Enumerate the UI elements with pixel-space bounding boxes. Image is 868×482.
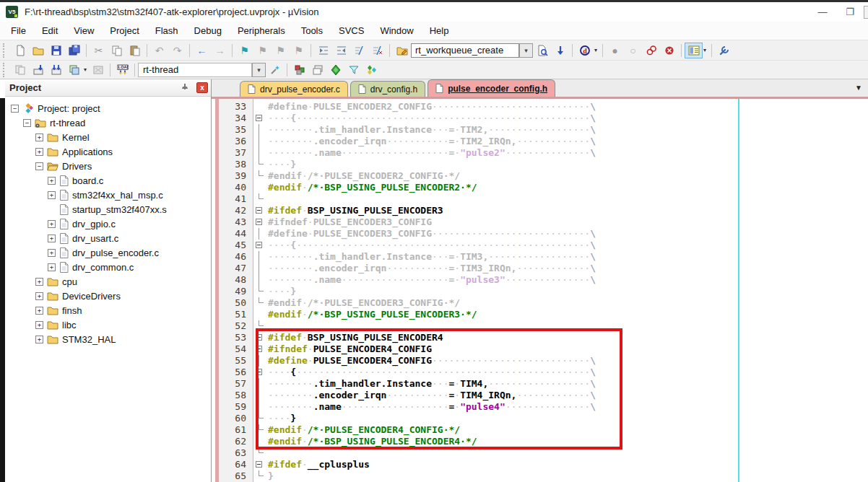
menu-item-project[interactable]: Project <box>102 23 147 38</box>
stop-build-icon[interactable] <box>89 62 107 78</box>
build-icon[interactable] <box>29 62 47 78</box>
manage-components-icon[interactable] <box>290 62 308 78</box>
file-extensions-icon[interactable] <box>308 62 326 78</box>
copy-icon[interactable] <box>108 43 126 58</box>
select-folders-icon[interactable] <box>326 62 344 78</box>
target-select[interactable]: rt-thread <box>138 63 252 77</box>
minimize-button[interactable]: — <box>809 4 836 21</box>
menu-item-debug[interactable]: Debug <box>186 23 230 38</box>
collapse-icon[interactable]: − <box>35 162 43 170</box>
menu-item-window[interactable]: Window <box>372 23 421 38</box>
navigate-forward-icon[interactable]: → <box>211 43 229 58</box>
expand-icon[interactable]: + <box>35 148 43 156</box>
expand-icon[interactable]: + <box>48 235 56 242</box>
undo-icon[interactable]: ↶ <box>150 43 168 58</box>
tree-item-devicedrivers[interactable]: +DeviceDrivers <box>5 289 211 303</box>
fold-collapse-icon[interactable] <box>256 115 262 121</box>
manage-books-icon[interactable] <box>363 62 381 78</box>
tree-item-board-c[interactable]: +board.c <box>5 173 211 188</box>
menu-item-edit[interactable]: Edit <box>34 23 66 38</box>
find-icon[interactable] <box>533 43 551 58</box>
menu-item-peripherals[interactable]: Peripherals <box>230 23 293 38</box>
fold-collapse-icon[interactable] <box>256 242 262 248</box>
filter-icon[interactable] <box>344 62 363 78</box>
bookmark-prev-icon[interactable]: ⚑ <box>253 43 272 58</box>
menu-item-file[interactable]: File <box>3 23 34 38</box>
expand-icon[interactable]: + <box>48 249 56 257</box>
close-button-partial[interactable] <box>864 6 868 19</box>
tree-item-libc[interactable]: +libc <box>5 317 211 332</box>
menu-item-svcs[interactable]: SVCS <box>331 23 372 38</box>
tree-item-stm32f4xx-hal-msp-c[interactable]: +stm32f4xx_hal_msp.c <box>5 188 211 202</box>
fold-collapse-icon[interactable] <box>256 219 262 225</box>
tab-drv-config-h[interactable]: drv_config.h <box>350 81 425 97</box>
bookmark-next-icon[interactable]: ⚑ <box>272 43 290 58</box>
fold-collapse-icon[interactable] <box>256 461 262 468</box>
rebuild-icon[interactable] <box>47 62 65 78</box>
breakpoint-icon[interactable]: ● <box>606 43 624 58</box>
find-in-files-icon[interactable] <box>393 43 411 58</box>
batch-build-icon[interactable] <box>65 62 83 78</box>
expand-icon[interactable]: + <box>48 191 56 199</box>
toolbar-gripper[interactable] <box>3 63 7 77</box>
outdent-icon[interactable] <box>332 43 350 58</box>
comment-icon[interactable] <box>350 43 368 58</box>
tree-item-drv-pulse-encoder-c[interactable]: +drv_pulse_encoder.c <box>5 245 211 260</box>
quick-help-icon[interactable]: d <box>576 43 594 58</box>
tree-item-kernel[interactable]: +Kernel <box>5 130 211 144</box>
tree-item-finsh[interactable]: +finsh <box>5 303 211 317</box>
breakpoint-hollow-icon[interactable]: ○ <box>624 43 642 58</box>
open-file-icon[interactable] <box>29 43 47 58</box>
tree-item-applications[interactable]: +Applications <box>5 144 211 159</box>
window-layout-icon[interactable] <box>685 43 703 58</box>
close-panel-button[interactable]: x <box>196 82 208 93</box>
tab-drv-pulse-encoder-c[interactable]: drv_pulse_encoder.c <box>240 81 348 97</box>
dropdown-button[interactable]: ▾ <box>519 43 533 58</box>
redo-icon[interactable]: ↷ <box>168 43 186 58</box>
incremental-find-icon[interactable] <box>551 43 569 58</box>
menu-item-help[interactable]: Help <box>422 23 457 38</box>
target-options-icon[interactable] <box>266 62 284 78</box>
tree-item-drivers[interactable]: −Drivers <box>5 159 211 173</box>
cut-icon[interactable]: ✂ <box>90 43 108 58</box>
download-icon[interactable]: LOAD <box>113 62 131 78</box>
indent-icon[interactable] <box>314 43 332 58</box>
bookmark-clear-icon[interactable]: ⚑ <box>290 43 308 58</box>
tab-pulse-encoder-config-h[interactable]: pulse_encoder_config.h <box>428 79 555 97</box>
uncomment-icon[interactable] <box>368 43 386 58</box>
collapse-icon[interactable]: − <box>23 119 31 127</box>
breakpoints-enable-icon[interactable] <box>642 43 660 58</box>
save-all-icon[interactable] <box>65 43 83 58</box>
tree-item-startup-stm32f407xx-s[interactable]: startup_stm32f407xx.s <box>5 202 211 216</box>
fold-collapse-icon[interactable] <box>256 207 262 214</box>
tree-item-project-project[interactable]: −Project: project <box>5 101 211 115</box>
dropdown-arrow-icon[interactable]: ▾ <box>703 47 706 53</box>
search-input[interactable] <box>411 43 519 58</box>
expand-icon[interactable]: + <box>48 263 56 271</box>
expand-icon[interactable]: + <box>35 307 43 315</box>
toolbar-gripper[interactable] <box>3 43 7 58</box>
menu-item-flash[interactable]: Flash <box>147 23 186 38</box>
maximize-button[interactable]: ❐ <box>836 4 864 21</box>
tab-overflow-icon[interactable]: ▼ <box>855 84 862 92</box>
menu-item-tools[interactable]: Tools <box>293 23 331 38</box>
menu-item-view[interactable]: View <box>66 23 102 38</box>
tree-item-drv-common-c[interactable]: +drv_common.c <box>5 260 211 274</box>
translate-icon[interactable] <box>11 62 29 78</box>
tree-item-stm32-hal[interactable]: +STM32_HAL <box>5 332 211 346</box>
save-icon[interactable] <box>47 43 65 58</box>
expand-icon[interactable]: + <box>35 321 43 329</box>
expand-icon[interactable]: + <box>35 278 43 286</box>
new-file-icon[interactable] <box>11 43 29 58</box>
collapse-icon[interactable]: − <box>11 105 19 113</box>
tree-item-cpu[interactable]: +cpu <box>5 274 211 289</box>
dropdown-button[interactable]: ▾ <box>252 63 266 77</box>
paste-icon[interactable] <box>126 43 144 58</box>
configure-icon[interactable] <box>715 43 733 58</box>
breakpoints-kill-icon[interactable] <box>660 43 678 58</box>
expand-icon[interactable]: + <box>35 133 43 141</box>
expand-icon[interactable]: + <box>35 292 43 300</box>
tree-item-rt-thread[interactable]: −rt-thread <box>5 115 211 130</box>
pin-icon[interactable] <box>180 83 190 93</box>
expand-icon[interactable]: + <box>48 177 56 185</box>
